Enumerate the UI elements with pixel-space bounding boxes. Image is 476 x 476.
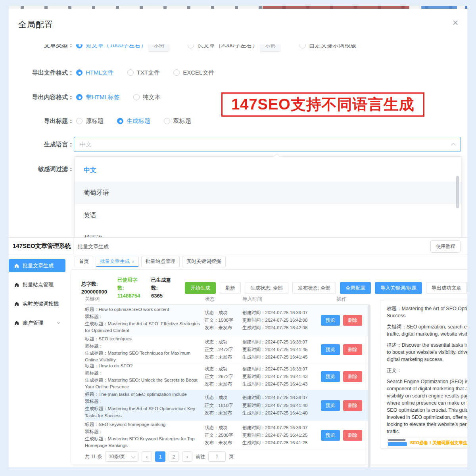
import-keywords-button[interactable]: 导入关键词/标题 bbox=[375, 282, 422, 294]
delete-button[interactable]: 删除 bbox=[343, 344, 362, 355]
sidebar-item-account[interactable]: 账户管理 bbox=[9, 316, 65, 329]
page-button-1[interactable]: 1 bbox=[155, 451, 165, 462]
preview-button[interactable]: 预览 bbox=[321, 430, 340, 441]
preview-button[interactable]: 预览 bbox=[321, 400, 340, 411]
publish-status-select[interactable]: 发布状态: 全部 bbox=[292, 282, 336, 294]
pagination: 共 11 条 10条/页 ‹ 1 2 › 前往 页 bbox=[85, 451, 234, 462]
sidebar-item-batch-article[interactable]: 批量文章生成 bbox=[9, 259, 65, 272]
start-generate-button[interactable]: 开始生成 bbox=[185, 282, 216, 294]
table-row-selected[interactable]: 标题：The main tasks of SEO optimization in… bbox=[85, 390, 369, 421]
sidebar: 批量文章生成 批量站点管理 实时关键词挖掘 账户管理 bbox=[9, 254, 73, 467]
page-button-2[interactable]: 2 bbox=[169, 451, 179, 462]
app-header: 147SEO文章管理系统 批量文章生成 使用教程 bbox=[9, 238, 467, 254]
radio-custom-template[interactable]: 自定义提示词模版 bbox=[299, 44, 357, 49]
language-select[interactable]: 中文 bbox=[74, 137, 461, 152]
export-title-label: 导出标题： bbox=[18, 117, 74, 125]
language-select-value: 中文 bbox=[80, 141, 92, 148]
pagination-total: 共 11 条 bbox=[85, 453, 102, 460]
next-page-button[interactable]: › bbox=[182, 451, 192, 462]
language-option-vi[interactable]: 越南语 bbox=[75, 227, 461, 237]
short-example-button[interactable]: 示例 bbox=[148, 44, 169, 52]
radio-original-title[interactable]: 原标题 bbox=[76, 117, 104, 125]
radio-dual-title[interactable]: 双标题 bbox=[164, 117, 191, 125]
table-row[interactable]: 标题：SEO keyword homepage ranking 双标题： 生成标… bbox=[85, 421, 369, 450]
thumbnail-caption: SEO必备！关键词原创文章生成 bbox=[410, 440, 467, 446]
tab-close-icon[interactable]: × bbox=[132, 259, 134, 265]
sensitive-filter-label: 敏感词过滤： bbox=[18, 165, 74, 173]
strip-blue-fragment bbox=[421, 6, 457, 9]
radio-dot bbox=[173, 69, 180, 76]
radio-dot bbox=[299, 44, 306, 48]
refresh-button[interactable]: 刷新 bbox=[220, 282, 241, 294]
radio-dot bbox=[76, 118, 83, 124]
article-type-row-clipped: 文章类型： 短文章（1000字左右） 示例 长文章（2000字左右） 示例 自定… bbox=[9, 44, 467, 55]
radio-with-html-tags[interactable]: 带HTML标签 bbox=[76, 94, 120, 101]
language-option-pt[interactable]: 葡萄牙语 bbox=[75, 182, 461, 204]
sidebar-item-keyword-mining[interactable]: 实时关键词挖掘 bbox=[9, 297, 65, 310]
preview-button[interactable]: 预览 bbox=[321, 315, 340, 326]
delete-button[interactable]: 删除 bbox=[343, 315, 362, 326]
language-option-zh[interactable]: 中文 bbox=[75, 159, 461, 182]
preview-button[interactable]: 预览 bbox=[321, 344, 340, 355]
table-body: 标题：How to optimize SEO work content 双标题：… bbox=[85, 305, 369, 450]
radio-dot bbox=[188, 44, 194, 48]
global-config-button[interactable]: 全局配置 bbox=[340, 282, 371, 294]
tab-batch-article[interactable]: 批量文章生成 × bbox=[96, 256, 139, 267]
radio-dot bbox=[127, 69, 134, 76]
strip-blue-fragment-2 bbox=[465, 6, 467, 9]
close-icon[interactable]: ✕ bbox=[452, 19, 459, 27]
radio-dot bbox=[76, 69, 83, 76]
breadcrumb: 批量文章生成 bbox=[78, 243, 109, 250]
tab-batch-site[interactable]: 批量站点管理 bbox=[141, 256, 180, 267]
page-size-select[interactable]: 10条/页 bbox=[105, 451, 138, 462]
header-divider bbox=[73, 238, 74, 254]
sidebar-item-batch-site[interactable]: 批量站点管理 bbox=[9, 278, 65, 291]
global-config-modal: 全局配置 ✕ 文章类型： 短文章（1000字左右） 示例 长文章（2000字左右… bbox=[9, 9, 467, 237]
delete-button[interactable]: 删除 bbox=[343, 371, 362, 382]
col-actions: 操作 bbox=[314, 296, 369, 303]
radio-long-article[interactable]: 长文章（2000字左右） bbox=[188, 44, 258, 49]
delete-button[interactable]: 删除 bbox=[343, 430, 362, 441]
tab-home[interactable]: 首页 bbox=[75, 256, 93, 267]
table-row[interactable]: 标题：How to do SEO? 双标题： 生成标题：Mastering SE… bbox=[85, 363, 369, 390]
preview-button[interactable]: 预览 bbox=[321, 371, 340, 382]
home-icon bbox=[14, 321, 19, 325]
app-window: 147SEO文章管理系统 批量文章生成 使用教程 首页 批量文章生成 × 批量站… bbox=[9, 237, 467, 467]
chevron-up-icon bbox=[451, 143, 455, 147]
export-success-button[interactable]: 导出成功文章 bbox=[426, 282, 467, 294]
goto-page-input[interactable] bbox=[208, 451, 226, 462]
home-icon bbox=[14, 301, 19, 306]
radio-dot bbox=[164, 118, 170, 124]
brand-title: 147SEO文章管理系统 bbox=[13, 242, 71, 250]
article-preview-panel: 标题：Mastering the Art of SEO Optimizatio … bbox=[380, 300, 467, 449]
thumbnail-mini-ui bbox=[387, 438, 408, 447]
radio-dot bbox=[133, 94, 140, 100]
prev-page-button[interactable]: ‹ bbox=[142, 451, 152, 462]
tab-bar: 首页 批量文章生成 × 批量站点管理 实时关键词挖掘 bbox=[75, 256, 226, 267]
radio-html-file[interactable]: HTML文件 bbox=[76, 69, 114, 77]
delete-button[interactable]: 删除 bbox=[343, 400, 362, 411]
dropdown-scrollbar[interactable] bbox=[456, 176, 459, 208]
table-scrollbar[interactable] bbox=[368, 305, 370, 467]
language-option-en[interactable]: 英语 bbox=[75, 204, 461, 227]
radio-generated-title[interactable]: 生成标题 bbox=[117, 117, 150, 125]
radio-plain-text[interactable]: 纯文本 bbox=[133, 94, 161, 101]
table-row[interactable]: 标题：SEO techniques 双标题： 生成标题：Mastering SE… bbox=[85, 336, 369, 363]
radio-excel-file[interactable]: EXCEL文件 bbox=[173, 69, 214, 77]
language-label: 生成语言： bbox=[18, 141, 74, 148]
generate-status-select[interactable]: 生成状态: 全部 bbox=[245, 282, 288, 294]
stat-total-words: 总字数: 200000000 bbox=[81, 280, 107, 296]
article-type-label: 文章类型： bbox=[18, 44, 74, 49]
video-thumbnail[interactable]: SEO必备！关键词原创文章生成 bbox=[387, 438, 467, 448]
annotation-banner: 147SEO支持不同语言生成 bbox=[221, 92, 424, 117]
long-example-button[interactable]: 示例 bbox=[260, 44, 281, 52]
radio-txt-file[interactable]: TXT文件 bbox=[127, 69, 160, 77]
screenshot-root: 全局配置 ✕ 文章类型： 短文章（1000字左右） 示例 长文章（2000字左右… bbox=[0, 0, 476, 476]
radio-short-article[interactable]: 短文章（1000字左右） bbox=[76, 44, 146, 49]
tab-keyword-mining[interactable]: 实时关键词挖掘 bbox=[182, 256, 226, 267]
export-file-label: 导出文件格式： bbox=[18, 69, 74, 77]
col-status: 状态 bbox=[205, 296, 242, 303]
radio-dot bbox=[76, 44, 83, 48]
table-row[interactable]: 标题：How to optimize SEO work content 双标题：… bbox=[85, 305, 369, 336]
help-tutorial-button[interactable]: 使用教程 bbox=[430, 240, 461, 253]
